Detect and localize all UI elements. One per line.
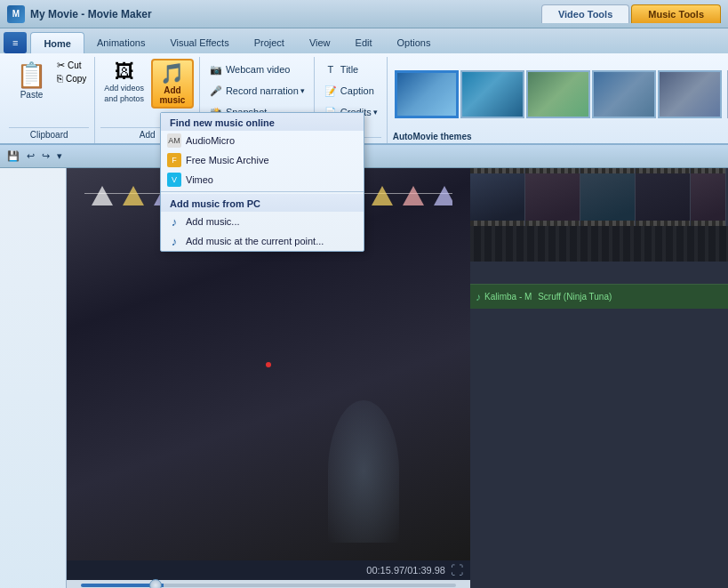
theme-thumb-2[interactable] <box>460 70 524 118</box>
svg-marker-1 <box>123 186 144 205</box>
tab-home[interactable]: Home <box>30 32 84 53</box>
filmstrip-row <box>470 168 728 226</box>
theme-4-image <box>594 72 654 117</box>
music-note-icon: ♪ <box>476 291 481 303</box>
tab-project[interactable]: Project <box>242 32 297 53</box>
title-button[interactable]: T Title <box>320 60 381 78</box>
find-online-header: Find new music online <box>161 113 364 131</box>
copy-icon: ⎘ <box>57 73 63 84</box>
cut-icon: ✂ <box>57 60 65 71</box>
record-narration-button[interactable]: 🎤 Record narration ▾ <box>205 82 308 100</box>
clipboard-buttons: 📋 Paste ✂ Cut ⎘ Copy <box>9 57 89 125</box>
record-icon: 🎤 <box>209 84 223 98</box>
fma-item[interactable]: F Free Music Archive <box>161 150 364 170</box>
tab-visual-effects[interactable]: Visual Effects <box>157 32 241 53</box>
fma-icon: F <box>166 152 182 168</box>
filmstrip-row-2 <box>470 226 728 262</box>
add-music-icon: 🎵 <box>160 62 184 85</box>
figure-silhouette <box>328 400 399 543</box>
title-icon: T <box>324 62 338 77</box>
qa-undo[interactable]: ↩ <box>23 149 38 164</box>
timeline-filmstrip <box>470 168 728 284</box>
add-videos-button[interactable]: 🖼 Add videos and photos <box>100 59 148 106</box>
add-music-label: Add music <box>159 85 185 105</box>
center-dot <box>266 362 271 367</box>
add-music-note-icon: ♪ <box>166 213 182 230</box>
theme-3-image <box>528 72 588 117</box>
paste-icon: 📋 <box>16 60 47 90</box>
qa-redo[interactable]: ↪ <box>38 149 53 164</box>
audiomicro-item[interactable]: AM AudioMicro <box>161 131 364 150</box>
qa-save[interactable]: 💾 <box>4 149 23 164</box>
vimeo-item[interactable]: V Vimeo <box>161 170 364 189</box>
automovie-label: AutoMovie themes <box>388 130 728 143</box>
expand-icon[interactable]: ⛶ <box>451 563 463 577</box>
app-icon: M <box>7 5 25 23</box>
add-music-point-icon: ♪ <box>166 233 182 249</box>
add-music-item[interactable]: ♪ Add music... <box>161 212 364 231</box>
context-tabs: Video Tools Music Tools <box>541 4 721 23</box>
time-text: 00:15.97/01:39.98 <box>366 565 445 576</box>
dropdown-menu: Find new music online AM AudioMicro F Fr… <box>160 112 364 252</box>
theme-thumb-5[interactable] <box>658 70 722 118</box>
theme-5-image <box>660 72 720 117</box>
clipboard-label: Clipboard <box>9 127 89 140</box>
tab-animations[interactable]: Animations <box>84 32 157 53</box>
film-frame-4 <box>636 168 691 226</box>
window-title: My Movie - Movie Maker <box>30 8 152 20</box>
tab-options[interactable]: Options <box>385 32 444 53</box>
add-music-point-item[interactable]: ♪ Add music at the current point... <box>161 231 364 251</box>
theme-thumb-1[interactable] <box>395 70 459 118</box>
svg-marker-11 <box>434 186 452 205</box>
add-videos-label: Add videos and photos <box>104 84 144 104</box>
audiomicro-icon: AM <box>166 133 182 149</box>
vimeo-icon: V <box>166 172 182 188</box>
film-frame-2 <box>525 168 580 226</box>
tab-view[interactable]: View <box>297 32 343 53</box>
thumbnail-strip <box>391 59 727 130</box>
music-track: ♪ Kalimba - M Scruff (Ninja Tuna) <box>470 284 728 309</box>
qa-more[interactable]: ▾ <box>53 149 66 164</box>
add-music-button[interactable]: 🎵 Add music <box>151 59 194 109</box>
music-track-text: Kalimba - M Scruff (Ninja Tuna) <box>484 292 612 302</box>
svg-marker-10 <box>403 186 424 205</box>
svg-marker-9 <box>372 186 393 205</box>
tab-edit[interactable]: Edit <box>343 32 385 53</box>
theme-area: ▶ AutoMovie themes <box>388 57 728 143</box>
caption-button[interactable]: 📝 Caption <box>320 82 381 100</box>
scrubber-bar[interactable] <box>81 584 456 587</box>
tab-row: ≡ Home Animations Visual Effects Project… <box>0 28 728 53</box>
caption-icon: 📝 <box>324 84 338 98</box>
paste-button[interactable]: 📋 Paste <box>9 59 54 101</box>
film-frame-5 <box>691 168 726 226</box>
scrubber-area <box>67 580 470 588</box>
tab-file[interactable]: ≡ <box>4 32 27 53</box>
scrubber-thumb[interactable] <box>149 579 162 588</box>
film-frame-1 <box>470 168 525 226</box>
film-frame-3 <box>580 168 636 226</box>
cut-button[interactable]: ✂ Cut <box>54 59 89 72</box>
add-from-pc-header: Add music from PC <box>161 194 364 212</box>
timeline-panel: ♪ Kalimba - M Scruff (Ninja Tuna) <box>470 168 728 588</box>
theme-1-image <box>397 73 456 116</box>
svg-marker-0 <box>92 186 113 205</box>
film-perforations <box>470 226 728 262</box>
time-display: 00:15.97/01:39.98 ⛶ <box>67 560 470 580</box>
webcam-icon: 📷 <box>209 62 223 77</box>
theme-thumb-3[interactable] <box>526 70 590 118</box>
clipboard-group: 📋 Paste ✂ Cut ⎘ Copy Clipboard <box>4 57 95 143</box>
clipboard-panel: Clipboard <box>0 168 67 588</box>
theme-thumb-4[interactable] <box>592 70 656 118</box>
theme-strip-row: ▶ <box>388 57 728 130</box>
title-bar: M My Movie - Movie Maker Video Tools Mus… <box>0 0 728 28</box>
menu-divider <box>161 191 364 192</box>
paste-label: Paste <box>20 90 44 100</box>
webcam-button[interactable]: 📷 Webcam video <box>205 60 308 78</box>
copy-button[interactable]: ⎘ Copy <box>54 72 89 85</box>
cut-copy-col: ✂ Cut ⎘ Copy <box>54 59 89 85</box>
music-tools-tab[interactable]: Music Tools <box>631 4 721 23</box>
add-videos-icon: 🖼 <box>115 60 134 84</box>
theme-2-image <box>462 72 523 117</box>
video-tools-tab[interactable]: Video Tools <box>541 4 629 23</box>
